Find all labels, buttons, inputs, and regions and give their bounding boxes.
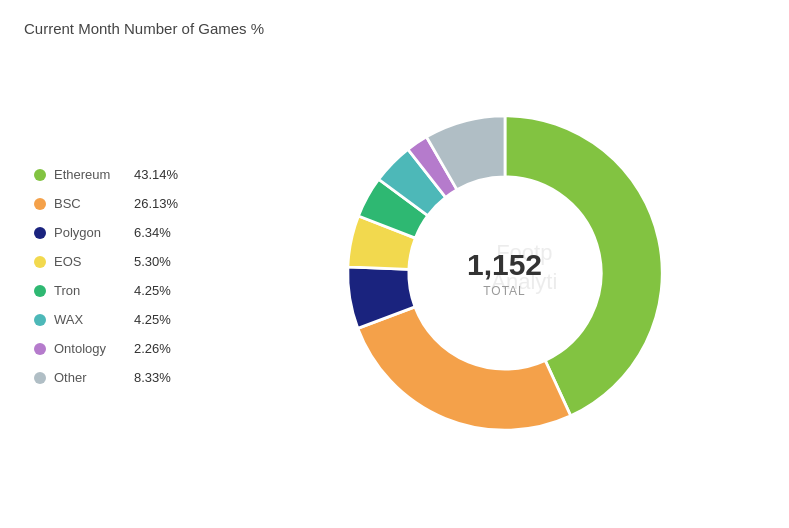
- legend-dot: [34, 314, 46, 326]
- legend-dot: [34, 343, 46, 355]
- page-container: Current Month Number of Games % Ethereum…: [0, 0, 789, 528]
- legend-dot: [34, 198, 46, 210]
- legend-dot: [34, 372, 46, 384]
- legend-pct: 2.26%: [134, 341, 171, 356]
- legend-pct: 6.34%: [134, 225, 171, 240]
- legend-item: Other 8.33%: [34, 370, 244, 385]
- legend-name: Other: [54, 370, 134, 385]
- legend-pct: 8.33%: [134, 370, 171, 385]
- legend-name: Ontology: [54, 341, 134, 356]
- legend-dot: [34, 285, 46, 297]
- legend-pct: 26.13%: [134, 196, 178, 211]
- legend-item: Ethereum 43.14%: [34, 167, 244, 182]
- total-label: TOTAL: [467, 284, 542, 298]
- legend-item: BSC 26.13%: [34, 196, 244, 211]
- legend-item: Polygon 6.34%: [34, 225, 244, 240]
- donut-wrapper: FootpAnalyti 1,152 TOTAL: [244, 88, 765, 458]
- legend-dot: [34, 169, 46, 181]
- legend-pct: 4.25%: [134, 283, 171, 298]
- donut-center: 1,152 TOTAL: [467, 248, 542, 298]
- legend-name: Polygon: [54, 225, 134, 240]
- legend-pct: 43.14%: [134, 167, 178, 182]
- page-title: Current Month Number of Games %: [24, 20, 765, 37]
- legend: Ethereum 43.14% BSC 26.13% Polygon 6.34%…: [24, 147, 244, 399]
- legend-item: WAX 4.25%: [34, 312, 244, 327]
- legend-name: Ethereum: [54, 167, 134, 182]
- chart-area: Ethereum 43.14% BSC 26.13% Polygon 6.34%…: [24, 53, 765, 493]
- legend-name: Tron: [54, 283, 134, 298]
- legend-dot: [34, 227, 46, 239]
- legend-pct: 5.30%: [134, 254, 171, 269]
- total-number: 1,152: [467, 248, 542, 282]
- legend-item: Ontology 2.26%: [34, 341, 244, 356]
- legend-dot: [34, 256, 46, 268]
- legend-item: EOS 5.30%: [34, 254, 244, 269]
- legend-name: EOS: [54, 254, 134, 269]
- legend-name: BSC: [54, 196, 134, 211]
- legend-name: WAX: [54, 312, 134, 327]
- donut-segment-bsc[interactable]: [357, 307, 570, 430]
- legend-item: Tron 4.25%: [34, 283, 244, 298]
- legend-pct: 4.25%: [134, 312, 171, 327]
